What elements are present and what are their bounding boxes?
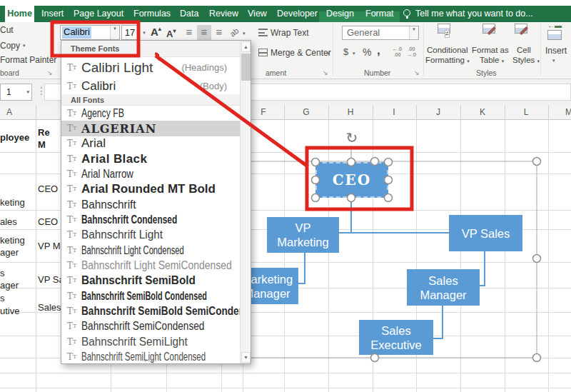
name-box-value: 1 — [6, 87, 11, 97]
scroll-up-icon[interactable]: ▲ — [241, 41, 251, 52]
dialog-launcher-icon[interactable]: ↘ — [47, 69, 53, 76]
tab-view[interactable]: View — [248, 9, 267, 19]
column-header-m[interactable]: M — [565, 107, 571, 117]
conditional-formatting-button[interactable]: Conditional — [427, 46, 468, 54]
format-painter-button[interactable]: Format Painter — [0, 55, 56, 65]
all-fonts-header: All Fonts — [61, 94, 241, 106]
title-strip — [0, 0, 571, 6]
rotate-handle-icon[interactable]: ↻ — [344, 130, 360, 146]
truetype-icon: TT — [67, 338, 81, 346]
font-item-bahnschrift-light-semicondensed[interactable]: TTBahnschrift Light SemiCondensed — [61, 258, 241, 273]
truetype-icon: TT — [67, 276, 81, 285]
orientation-button[interactable]: ab — [228, 26, 241, 39]
tab-design[interactable]: Design — [326, 9, 354, 19]
cell-styles-button[interactable]: Cell — [517, 46, 531, 54]
font-size-value: 17 — [125, 27, 135, 38]
comma-style-button[interactable]: , — [377, 44, 380, 58]
align-middle-button[interactable]: ≡ — [197, 25, 211, 40]
scroll-down-icon[interactable]: ▼ — [241, 352, 251, 363]
tab-review[interactable]: Review — [209, 9, 238, 19]
cell-styles-button-line2[interactable]: Styles ▾ — [512, 56, 540, 64]
font-item-agency-fb[interactable]: TTAgency FB — [61, 106, 241, 121]
font-item-bahnschrift-condensed[interactable]: TTBahnschrift Condensed — [61, 212, 241, 227]
ribbon-tab-bar: Home Insert Page Layout Formulas Data Re… — [0, 6, 571, 22]
truetype-icon: TT — [67, 261, 81, 270]
tab-insert[interactable]: Insert — [41, 9, 64, 19]
font-item-bahnschrift-semibold-semicondensed[interactable]: TTBahnschrift SemiBold SemiConden — [61, 303, 241, 318]
format-as-table-button[interactable]: Format as — [472, 46, 509, 54]
increase-font-size-button[interactable]: A▴ — [151, 26, 161, 38]
column-header-j[interactable]: J — [436, 107, 440, 117]
dialog-launcher-icon[interactable]: ↘ — [323, 69, 328, 76]
font-item-calibri-light[interactable]: TT Calibri Light (Headings) — [61, 57, 241, 78]
wrap-text-icon — [258, 29, 268, 36]
tab-data[interactable]: Data — [180, 9, 198, 19]
font-item-bahnschrift-semicondensed[interactable]: TTBahnschrift SemiCondensed — [61, 319, 241, 334]
column-header-a[interactable]: A — [6, 107, 12, 117]
decrease-font-size-button[interactable]: A▾ — [166, 28, 176, 39]
truetype-icon: TT — [67, 155, 81, 164]
chevron-down-icon[interactable]: ▾ — [110, 26, 119, 39]
chevron-down-icon[interactable]: ▾ — [26, 84, 29, 100]
font-item-bahnschrift-semilight[interactable]: TTBahnschrift SemiLight — [61, 334, 241, 349]
truetype-icon: TT — [67, 109, 81, 118]
column-header-f[interactable]: F — [261, 107, 266, 117]
name-box[interactable]: 1 ▾ — [0, 84, 32, 101]
merge-center-icon — [258, 49, 268, 56]
font-size-combobox[interactable]: 17 — [121, 25, 138, 40]
accounting-format-button[interactable]: $ — [343, 46, 348, 57]
font-size-dropdown-icon[interactable]: ▾ — [140, 25, 148, 40]
tab-home[interactable]: Home — [5, 6, 34, 22]
decrease-decimal-button[interactable]: .00→.0 — [407, 46, 416, 58]
tab-developer[interactable]: Developer — [277, 9, 318, 19]
font-item-bahnschrift-light[interactable]: TTBahnschrift Light — [61, 228, 241, 243]
format-as-table-button-line2[interactable]: Table ▾ — [480, 56, 504, 64]
align-bottom-button[interactable]: ≡ — [212, 25, 226, 40]
dialog-launcher-icon[interactable]: ↘ — [414, 69, 420, 76]
column-header-h[interactable]: H — [348, 107, 354, 117]
column-header-k[interactable]: K — [480, 107, 485, 117]
font-item-arial-rounded[interactable]: TTArial Rounded MT Bold — [61, 182, 241, 197]
font-item-arial-narrow[interactable]: TTArial Narrow — [61, 166, 241, 181]
scrollbar-thumb[interactable] — [241, 54, 251, 81]
insert-cells-button[interactable]: Insert — [545, 46, 567, 56]
org-node-vp-marketing[interactable]: VP Marketing — [267, 217, 339, 253]
chevron-down-icon: ▾ — [353, 51, 355, 56]
merge-center-button[interactable]: Merge & Center — [271, 48, 331, 58]
column-header-i[interactable]: I — [393, 107, 395, 117]
tab-formulas[interactable]: Formulas — [133, 9, 171, 19]
increase-decimal-button[interactable]: ←.0.00 — [393, 46, 402, 58]
column-header-l[interactable]: L — [524, 107, 529, 117]
dropdown-scrollbar[interactable]: ▲ ▼ — [240, 41, 251, 363]
font-name-combobox[interactable]: Calibri ▾ — [60, 25, 120, 40]
font-item-algerian[interactable]: TTALGERIAN — [61, 121, 241, 136]
org-node-ceo[interactable]: CEO — [315, 162, 388, 198]
dropdown-resize-grip[interactable]: ∙∙∙∙ — [61, 358, 241, 363]
font-item-calibri[interactable]: TT Calibri (Body) — [61, 78, 241, 94]
percent-style-button[interactable]: % — [363, 46, 371, 58]
font-item-arial-black[interactable]: TTArial Black — [61, 151, 241, 166]
font-item-arial[interactable]: TTArial — [61, 136, 241, 151]
styles-group-label: Styles — [476, 69, 497, 77]
org-node-vp-sales[interactable]: VP Sales — [449, 215, 522, 251]
conditional-formatting-button-line2[interactable]: Formatting ▾ — [425, 56, 470, 64]
excel-window: Home Insert Page Layout Formulas Data Re… — [0, 0, 571, 392]
wrap-text-button[interactable]: Wrap Text — [271, 28, 309, 38]
font-item-bahnschrift-semibold[interactable]: TTBahnschrift SemiBold — [61, 273, 241, 288]
font-item-bahnschrift-semibold-condensed[interactable]: TTBahnschrift SemiBold Condensed — [61, 288, 241, 303]
font-item-bahnschrift[interactable]: TTBahnschrift — [61, 197, 241, 212]
org-node-sales-executive[interactable]: Sales Executive — [359, 320, 433, 355]
org-node-sales-manager[interactable]: Sales Manager — [407, 269, 480, 306]
number-format-value: General — [347, 27, 380, 38]
tell-me-box[interactable]: Tell me what you want to do... — [415, 9, 533, 19]
copy-button[interactable]: Copy — [0, 41, 20, 51]
align-top-button[interactable]: ≡ — [182, 25, 196, 40]
tab-page-layout[interactable]: Page Layout — [74, 9, 123, 19]
column-header-g[interactable]: G — [303, 107, 309, 117]
number-format-combobox[interactable]: General ▾ — [342, 26, 419, 40]
font-item-bahnschrift-light-condensed[interactable]: TTBahnschrift Light Condensed — [61, 243, 241, 258]
cut-button[interactable]: Cut — [0, 25, 14, 35]
font-name-value: Calibri — [62, 26, 91, 39]
chevron-down-icon[interactable]: ▾ — [409, 26, 418, 39]
tab-format[interactable]: Format — [365, 9, 394, 19]
